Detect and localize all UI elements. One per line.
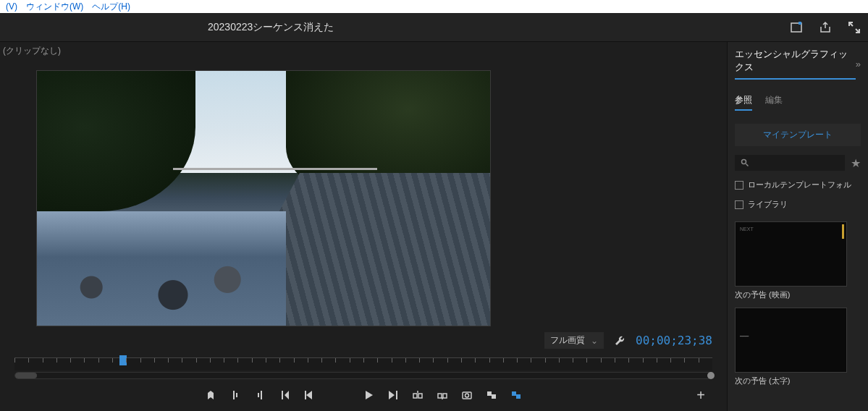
comparison-view-icon[interactable]: [486, 389, 497, 401]
svg-rect-1: [799, 22, 801, 25]
timecode[interactable]: 00;00;23;38: [636, 334, 712, 347]
proxy-toggle-icon[interactable]: [510, 389, 522, 401]
search-input[interactable]: [735, 155, 845, 171]
mark-out-icon[interactable]: [254, 389, 266, 401]
play-icon[interactable]: [363, 389, 374, 401]
svg-point-7: [465, 394, 469, 397]
svg-rect-2: [413, 394, 417, 398]
favorite-star-icon[interactable]: ★: [851, 156, 861, 170]
svg-rect-5: [443, 394, 447, 398]
add-marker-icon[interactable]: [205, 389, 216, 401]
quick-export-icon[interactable]: [790, 21, 803, 34]
tab-browse[interactable]: 参照: [735, 94, 752, 111]
tab-edit[interactable]: 編集: [765, 94, 783, 111]
checkbox-local-templates[interactable]: ローカルテンプレートフォル: [735, 179, 861, 190]
timeline-scrollbar[interactable]: [14, 372, 712, 379]
menu-bar: (V) ウィンドウ(W) ヘルプ(H): [0, 0, 868, 13]
my-templates-button[interactable]: マイテンプレート: [735, 124, 861, 146]
settings-wrench-icon[interactable]: [614, 335, 625, 347]
timeline-ruler[interactable]: [14, 357, 712, 370]
panel-menu-icon[interactable]: »: [856, 59, 861, 69]
template-thumb-0[interactable]: NEXT: [735, 221, 847, 287]
chevron-down-icon: ⌄: [591, 336, 598, 346]
top-bar: 20230223シーケンス消えた: [0, 13, 868, 42]
svg-rect-10: [512, 391, 516, 396]
menu-help[interactable]: ヘルプ(H): [92, 1, 130, 13]
template-thumb-1[interactable]: ━━━: [735, 308, 847, 373]
checkbox-library[interactable]: ライブラリ: [735, 199, 861, 210]
quality-dropdown[interactable]: フル画質 ⌄: [544, 332, 604, 349]
search-icon: [741, 158, 749, 167]
svg-rect-8: [487, 391, 492, 396]
button-editor-icon[interactable]: +: [696, 387, 705, 404]
extract-icon[interactable]: [437, 389, 448, 401]
svg-point-12: [742, 160, 746, 164]
transport-bar: +: [0, 379, 727, 411]
project-title: 20230223シーケンス消えた: [208, 21, 334, 34]
menu-window[interactable]: ウィンドウ(W): [26, 1, 83, 13]
program-monitor: (クリップなし) フル画質 ⌄ 00;00;23;38: [0, 42, 727, 411]
svg-rect-3: [418, 394, 422, 398]
template-label-0: 次の予告 (映画): [735, 289, 861, 300]
essential-graphics-panel: エッセンシャルグラフィックス » 参照 編集 マイテンプレート ★ ローカルテン…: [727, 42, 868, 411]
mark-in-icon[interactable]: [229, 389, 241, 401]
template-label-1: 次の予告 (太字): [735, 376, 861, 386]
go-to-in-icon[interactable]: [279, 389, 290, 401]
menu-view[interactable]: (V): [6, 1, 17, 12]
video-frame: [36, 70, 491, 326]
step-back-icon[interactable]: [303, 389, 315, 401]
fullscreen-icon[interactable]: [848, 21, 861, 34]
viewer-canvas[interactable]: [0, 60, 727, 328]
share-icon[interactable]: [819, 21, 832, 34]
export-frame-icon[interactable]: [461, 389, 473, 401]
svg-rect-9: [492, 394, 496, 399]
step-forward-icon[interactable]: [387, 389, 399, 401]
playhead[interactable]: [119, 355, 127, 365]
svg-rect-4: [438, 394, 442, 398]
lift-icon[interactable]: [412, 389, 424, 401]
clip-label: (クリップなし): [0, 42, 727, 60]
svg-rect-11: [516, 394, 521, 399]
panel-title[interactable]: エッセンシャルグラフィックス: [735, 48, 856, 80]
